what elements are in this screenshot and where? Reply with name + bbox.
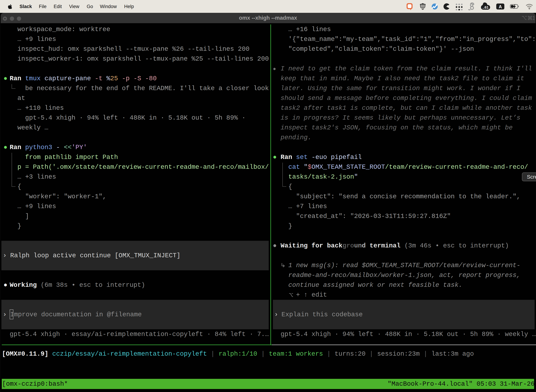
svg-text:..61: ..61: [482, 5, 488, 9]
svg-text:A: A: [499, 4, 502, 9]
svg-text:1: 1: [532, 15, 535, 21]
